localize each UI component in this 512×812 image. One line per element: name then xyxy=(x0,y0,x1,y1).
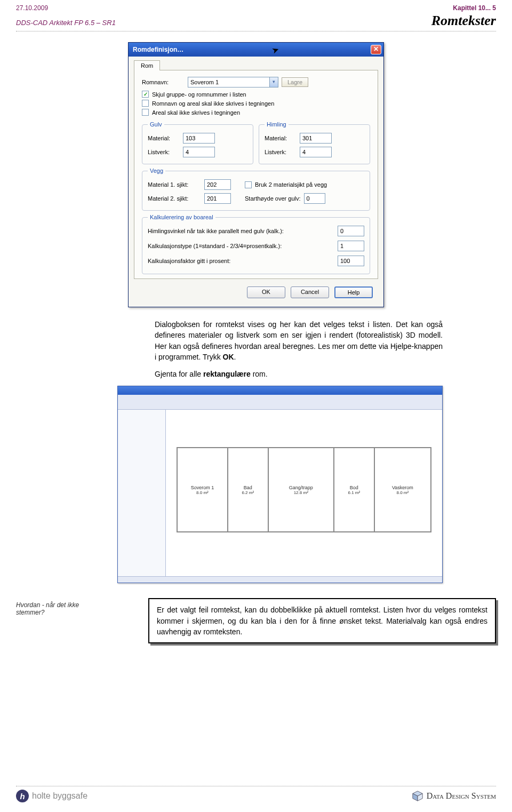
holte-icon: h xyxy=(16,790,29,802)
lagre-button[interactable]: Lagre xyxy=(282,77,308,87)
vegg-m2-input[interactable] xyxy=(204,193,231,204)
para1-a: Dialogboksen for romtekst vises og her k… xyxy=(155,320,443,361)
header-divider xyxy=(16,31,496,31)
tab-rom[interactable]: Rom xyxy=(134,60,160,70)
himling-listverk-label: Listverk: xyxy=(265,149,297,155)
help-button[interactable]: Help xyxy=(334,286,373,298)
ok-button[interactable]: OK xyxy=(247,286,285,298)
checkbox-bruk2[interactable] xyxy=(245,181,252,188)
cad-statusbar xyxy=(118,576,442,583)
vegg-starth-label: Starthøyde over gulv: xyxy=(245,195,301,202)
vegg-m1-input[interactable] xyxy=(204,179,231,190)
room-area: 6.2 m² xyxy=(242,490,254,495)
dds-text: Data Design System xyxy=(427,791,496,801)
holte-text: holte byggsafe xyxy=(32,791,87,801)
para2-b: rom. xyxy=(251,370,268,378)
floor-plan: Soverom 1 8.0 m² Bad 6.2 m² Gang/trapp 1… xyxy=(177,447,431,532)
body-text: Dialogboksen for romtekst vises og her k… xyxy=(155,319,443,379)
checkbox-areal[interactable] xyxy=(142,109,149,116)
romnavn-value: Soverom 1 xyxy=(190,79,219,85)
header-date: 27.10.2009 xyxy=(16,4,48,12)
kalk-r1-input[interactable] xyxy=(338,226,364,236)
cad-toolbar xyxy=(118,395,442,410)
gulv-listverk-input[interactable] xyxy=(183,147,215,157)
note-side-label: Hvordan - når det ikke stemmer? xyxy=(16,598,80,616)
gulv-material-label: Material: xyxy=(148,135,180,141)
himling-group: Himling Material: Listverk: xyxy=(259,121,370,164)
room-area: 8.0 m² xyxy=(196,490,209,495)
gulv-legend: Gulv xyxy=(148,121,164,128)
romnavn-label: Romnavn: xyxy=(142,79,185,85)
vegg-group: Vegg Material 1. sjikt: Bruk 2 materials… xyxy=(142,168,370,211)
kalk-group: Kalkulerering av boareal Himlingsvinkel … xyxy=(142,214,370,274)
header-product: DDS-CAD Arkitekt FP 6.5 – SR1 xyxy=(16,19,116,27)
room-area: 12.8 m² xyxy=(294,490,308,495)
room-name: Bad xyxy=(244,485,252,490)
checkbox-areal-label: Areal skal ikke skrives i tegningen xyxy=(152,109,240,116)
para1-b: . xyxy=(234,353,236,361)
cancel-button[interactable]: Cancel xyxy=(291,286,329,298)
cad-tree xyxy=(118,410,166,576)
checkbox-romnavn-areal-label: Romnavn og areal skal ikke skrives i teg… xyxy=(152,100,274,107)
vegg-starth-input[interactable] xyxy=(304,193,325,204)
checkbox-skjul[interactable]: ✓ xyxy=(142,91,149,98)
header-chapter: Kapittel 10... 5 xyxy=(453,4,496,12)
kalk-r2-label: Kalkulasjonstype (1=standard - 2/3/4=pro… xyxy=(148,243,282,249)
cad-titlebar xyxy=(118,386,442,395)
gulv-material-input[interactable] xyxy=(183,133,215,144)
para2-a: Gjenta for alle xyxy=(155,370,203,378)
checkbox-romnavn-areal[interactable] xyxy=(142,100,149,107)
page-header: 27.10.2009 Kapittel 10... 5 DDS-CAD Arki… xyxy=(0,0,512,29)
cube-icon xyxy=(412,790,423,802)
room-name: Bod xyxy=(350,485,358,490)
himling-material-label: Material: xyxy=(265,135,297,141)
holte-logo: h holte byggsafe xyxy=(16,790,87,802)
dds-logo: Data Design System xyxy=(412,790,496,802)
page-title: Romtekster xyxy=(431,13,496,29)
room-area: 8.0 m² xyxy=(397,490,409,495)
footer-divider xyxy=(16,786,496,786)
romdefinisjon-dialog: Romdefinisjon… ✕ ➤ Rom Romnavn: Soverom … xyxy=(128,42,384,307)
cad-screenshot: Soverom 1 8.0 m² Bad 6.2 m² Gang/trapp 1… xyxy=(117,386,443,583)
room-area: 6.1 m² xyxy=(348,490,360,495)
close-button[interactable]: ✕ xyxy=(371,45,381,54)
para2-bold: rektangulære xyxy=(203,370,251,378)
checkbox-bruk2-label: Bruk 2 materialsjikt på vegg xyxy=(255,181,327,188)
vegg-legend: Vegg xyxy=(148,168,165,174)
para1-bold: OK xyxy=(223,353,234,361)
kalk-r2-input[interactable] xyxy=(338,241,364,251)
checkbox-skjul-label: Skjul gruppe- og romnummer i listen xyxy=(152,91,246,98)
himling-listverk-input[interactable] xyxy=(300,147,332,157)
gulv-group: Gulv Material: Listverk: xyxy=(142,121,253,164)
kalk-r3-input[interactable] xyxy=(338,256,364,266)
room-name: Vaskerom xyxy=(392,485,413,490)
vegg-m2-label: Material 2. sjikt: xyxy=(148,195,201,202)
kalk-r1-label: Himlingsvinkel når tak ikke parallelt me… xyxy=(148,228,284,234)
gulv-listverk-label: Listverk: xyxy=(148,149,180,155)
vegg-m1-label: Material 1. sjikt: xyxy=(148,181,201,188)
kalk-legend: Kalkulerering av boareal xyxy=(148,214,215,220)
dialog-title: Romdefinisjon… xyxy=(133,46,183,53)
page-footer: h holte byggsafe Data Design System xyxy=(16,790,496,802)
cad-canvas: Soverom 1 8.0 m² Bad 6.2 m² Gang/trapp 1… xyxy=(166,410,442,576)
room-name: Gang/trapp xyxy=(289,485,313,490)
dialog-titlebar: Romdefinisjon… ✕ xyxy=(129,43,383,57)
romnavn-combo[interactable]: Soverom 1 ▾ xyxy=(188,77,278,87)
himling-legend: Himling xyxy=(265,121,289,128)
room-name: Soverom 1 xyxy=(191,485,214,490)
chevron-down-icon: ▾ xyxy=(269,77,278,87)
tab-panel: Romnavn: Soverom 1 ▾ Lagre ✓ Skjul grupp… xyxy=(134,70,378,279)
himling-material-input[interactable] xyxy=(300,133,332,144)
kalk-r3-label: Kalkulasjonsfaktor gitt i prosent: xyxy=(148,258,230,264)
note-box: Er det valgt feil romtekst, kan du dobbe… xyxy=(148,598,496,643)
